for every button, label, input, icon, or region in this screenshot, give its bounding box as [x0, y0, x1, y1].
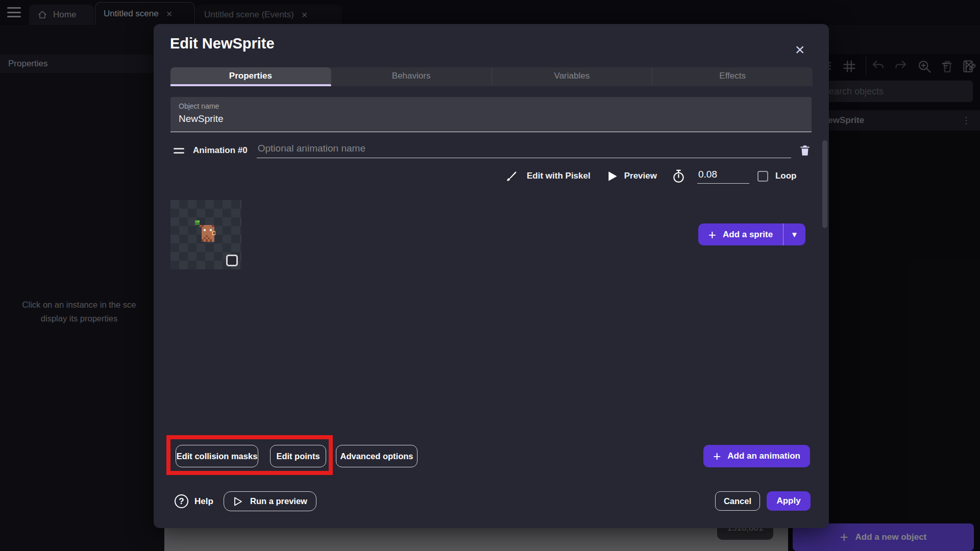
help-label: Help	[194, 496, 213, 507]
stopwatch-icon	[672, 169, 685, 184]
chevron-down-icon[interactable]: ▼	[783, 223, 805, 245]
object-name-field[interactable]: Object name NewSprite	[170, 97, 812, 132]
run-preview-button[interactable]: Run a preview	[224, 491, 316, 511]
gdevelop-app: Home Untitled scene × Untitled scene (Ev…	[0, 0, 980, 551]
loop-checkbox[interactable]	[757, 171, 768, 182]
dialog-title: Edit NewSprite	[170, 35, 275, 52]
tab-effects[interactable]: Effects	[652, 67, 813, 86]
highlight-annotation-box	[166, 435, 333, 475]
add-animation-label: Add an animation	[727, 451, 800, 461]
drag-handle-icon[interactable]	[174, 148, 184, 154]
add-sprite-label: Add a sprite	[723, 230, 773, 240]
preview-button[interactable]: Preview	[624, 171, 657, 181]
edit-with-piskel-button[interactable]: Edit with Piskel	[527, 171, 591, 181]
time-between-frames-input[interactable]	[697, 169, 749, 184]
help-button[interactable]: ? Help	[175, 491, 213, 511]
object-name-field-label: Object name	[179, 102, 803, 110]
advanced-options-button[interactable]: Advanced options	[336, 445, 418, 467]
run-preview-label: Run a preview	[250, 496, 307, 506]
dialog-scrollbar[interactable]	[822, 140, 827, 228]
close-icon[interactable]: ×	[790, 39, 810, 60]
animation-row: Animation #0	[170, 142, 812, 159]
cancel-button[interactable]: Cancel	[715, 491, 760, 511]
play-outline-icon	[233, 496, 243, 507]
plus-icon: +	[713, 449, 721, 463]
add-animation-button[interactable]: + Add an animation	[703, 445, 810, 467]
tab-properties[interactable]: Properties	[170, 67, 331, 86]
play-icon	[608, 171, 618, 182]
tab-behaviors[interactable]: Behaviors	[331, 67, 492, 86]
frame-select-checkbox[interactable]	[226, 255, 238, 266]
pig-sprite-image	[189, 216, 223, 250]
dialog-tabs: Properties Behaviors Variables Effects	[170, 67, 813, 86]
apply-button[interactable]: Apply	[767, 491, 811, 511]
sprite-frame-thumbnail[interactable]	[170, 200, 241, 269]
brush-icon	[505, 170, 518, 183]
loop-label: Loop	[775, 171, 797, 181]
delete-animation-icon[interactable]	[798, 143, 812, 158]
animation-tools-row: Edit with Piskel Preview Loop	[505, 167, 797, 185]
add-sprite-split-button: + Add a sprite ▼	[698, 223, 805, 245]
help-icon: ?	[175, 494, 188, 508]
animation-name-input[interactable]	[257, 143, 791, 158]
tab-variables[interactable]: Variables	[492, 67, 653, 86]
object-name-field-value: NewSprite	[179, 113, 803, 124]
plus-icon: +	[708, 228, 716, 241]
animation-label: Animation #0	[193, 145, 248, 156]
add-sprite-button[interactable]: + Add a sprite	[698, 223, 783, 245]
